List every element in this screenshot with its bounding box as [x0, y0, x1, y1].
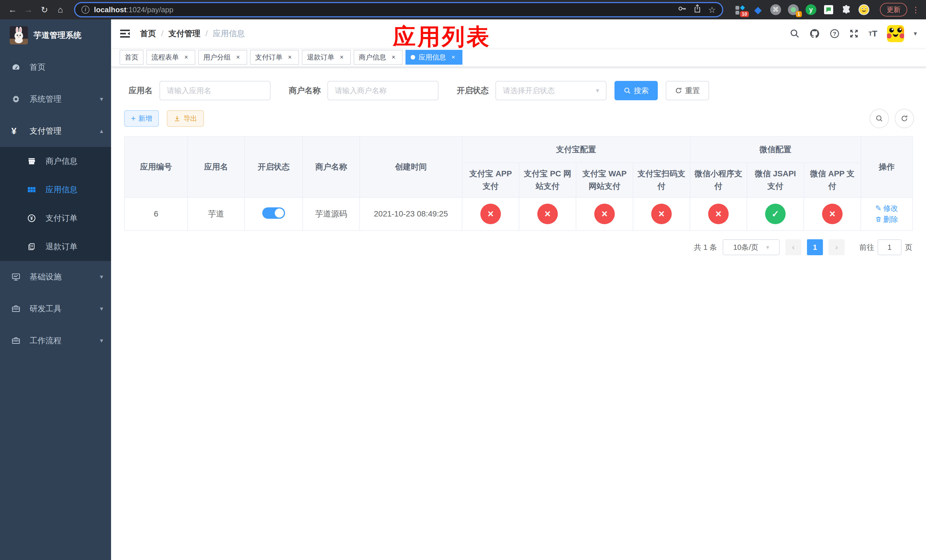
- sidebar-item-pay-order[interactable]: ¥ 支付订单: [0, 204, 111, 232]
- search-icon[interactable]: [790, 29, 800, 38]
- payment-submenu: 商户信息 应用信息 ¥ 支付订单 退款订单: [0, 147, 111, 261]
- bookmark-star-icon[interactable]: ☆: [708, 5, 716, 15]
- sidebar-item-app-info[interactable]: 应用信息: [0, 176, 111, 204]
- reload-icon[interactable]: ↻: [38, 3, 51, 17]
- site-info-icon[interactable]: i: [82, 6, 89, 14]
- next-page-button[interactable]: ›: [829, 239, 844, 255]
- sidebar-item-merchant-info[interactable]: 商户信息: [0, 147, 111, 176]
- toolbox-icon: [11, 304, 25, 313]
- extension-chat-icon[interactable]: [823, 4, 834, 15]
- close-icon[interactable]: ×: [390, 53, 398, 61]
- search-button[interactable]: 搜索: [614, 81, 658, 100]
- close-icon[interactable]: ×: [182, 53, 190, 61]
- avatar-caret-icon[interactable]: ▾: [914, 30, 917, 37]
- delete-link[interactable]: 删除: [875, 215, 898, 224]
- documents-icon: [27, 242, 41, 251]
- extension-badge: 1: [796, 11, 802, 17]
- sidebar-item-home[interactable]: 首页: [0, 51, 111, 83]
- profile-avatar-icon[interactable]: [858, 4, 870, 15]
- sidebar-item-workflow[interactable]: 工作流程 ▾: [0, 325, 111, 357]
- merchant-name-input[interactable]: [327, 81, 439, 100]
- chevron-down-icon: ▾: [100, 305, 103, 312]
- chevron-up-icon: ▴: [100, 127, 103, 135]
- export-button[interactable]: 导出: [167, 110, 204, 127]
- extension-y-icon[interactable]: y: [805, 4, 817, 15]
- tab-merchant-info[interactable]: 商户信息×: [354, 50, 402, 65]
- col-header-wechat-app: 微信 APP 支付: [804, 163, 861, 197]
- svg-text:¥: ¥: [30, 216, 33, 221]
- status-select[interactable]: 请选择开启状态 ▾: [495, 81, 607, 100]
- extension-recorder-icon[interactable]: 1: [788, 4, 799, 15]
- yen-icon: ¥: [11, 126, 25, 136]
- sidebar-item-dev-tools[interactable]: 研发工具 ▾: [0, 293, 111, 325]
- font-size-icon[interactable]: TT: [869, 29, 877, 38]
- close-icon[interactable]: ×: [286, 53, 294, 61]
- chrome-update-button[interactable]: 更新: [880, 3, 907, 17]
- col-header-alipay-wap: 支付宝 WAP 网站支付: [576, 163, 633, 197]
- store-icon: [27, 157, 41, 165]
- tab-home[interactable]: 首页: [120, 50, 144, 65]
- col-group-wechat: 微信配置: [690, 136, 861, 163]
- sidebar-item-payment[interactable]: ¥ 支付管理 ▴: [0, 115, 111, 147]
- toolbox-icon: [11, 336, 25, 345]
- share-icon[interactable]: [693, 4, 701, 15]
- tab-process-form[interactable]: 流程表单×: [146, 50, 195, 65]
- refresh-button[interactable]: [895, 109, 914, 128]
- prev-page-button[interactable]: ‹: [785, 239, 801, 255]
- dashboard-icon: [11, 63, 25, 72]
- address-bar[interactable]: i localhost:1024/pay/app ☆: [74, 2, 723, 17]
- user-avatar[interactable]: [887, 25, 904, 42]
- browser-menu-icon[interactable]: ⋮: [912, 5, 920, 15]
- status-toggle[interactable]: [262, 207, 285, 219]
- tags-view: 首页 流程表单× 用户分组× 支付订单× 退款订单× 商户信息× 应用信息×: [111, 48, 926, 67]
- forward-icon[interactable]: →: [22, 3, 35, 17]
- tab-refund-order[interactable]: 退款订单×: [302, 50, 351, 65]
- reset-button[interactable]: 重置: [666, 81, 709, 100]
- close-icon[interactable]: ×: [449, 53, 457, 61]
- app-title: 芋道管理系统: [33, 30, 82, 41]
- toggle-search-button[interactable]: [870, 109, 889, 128]
- goto-label: 前往: [859, 242, 874, 252]
- tab-app-info[interactable]: 应用信息×: [406, 50, 462, 65]
- filter-form: 应用名 商户名称 开启状态 请选择开启状态 ▾ 搜索: [124, 81, 914, 100]
- home-icon[interactable]: ⌂: [53, 3, 67, 17]
- tab-pay-order[interactable]: 支付订单×: [250, 50, 299, 65]
- close-icon[interactable]: ×: [234, 53, 242, 61]
- close-icon[interactable]: ×: [338, 53, 346, 61]
- app-name-input[interactable]: [159, 81, 271, 100]
- add-button[interactable]: + 新增: [124, 110, 159, 127]
- page-content: 应用名 商户名称 开启状态 请选择开启状态 ▾ 搜索: [111, 67, 926, 560]
- help-icon[interactable]: ?: [830, 29, 840, 38]
- gear-icon: [11, 95, 25, 104]
- svg-text:?: ?: [833, 31, 837, 37]
- tab-user-group[interactable]: 用户分组×: [198, 50, 247, 65]
- github-icon[interactable]: [809, 28, 820, 39]
- page-size-select[interactable]: 10条/页 ▾: [723, 239, 780, 255]
- navbar: 首页 / 支付管理 / 应用信息 ? TT ▾: [111, 20, 926, 48]
- page-number-button[interactable]: 1: [807, 239, 823, 255]
- goto-page-input[interactable]: [878, 239, 902, 255]
- extensions-puzzle-icon[interactable]: [841, 4, 852, 15]
- sidebar-logo-row[interactable]: 芋道管理系统: [0, 20, 111, 51]
- sidebar-item-system[interactable]: 系统管理 ▾: [0, 83, 111, 115]
- fullscreen-icon[interactable]: [849, 29, 859, 38]
- url-text[interactable]: localhost:1024/pay/app: [94, 5, 673, 14]
- breadcrumb-home[interactable]: 首页: [140, 28, 156, 39]
- extension-kite-icon[interactable]: ◆: [752, 4, 764, 15]
- sidebar-item-infrastructure[interactable]: 基础设施 ▾: [0, 261, 111, 293]
- edit-link[interactable]: ✎修改: [875, 203, 898, 213]
- back-icon[interactable]: ←: [6, 3, 20, 17]
- sidebar-item-refund-order[interactable]: 退款订单: [0, 232, 111, 261]
- extension-tiles-icon[interactable]: 10: [735, 4, 746, 15]
- collapse-sidebar-icon[interactable]: [120, 29, 131, 39]
- breadcrumb-section[interactable]: 支付管理: [169, 28, 200, 39]
- status-dot: [594, 204, 615, 224]
- status-dot: [480, 204, 501, 224]
- pencil-icon: ✎: [875, 204, 882, 213]
- chevron-down-icon: ▾: [766, 244, 769, 251]
- pagination: 共 1 条 10条/页 ▾ ‹ 1 › 前往 页: [124, 239, 912, 255]
- password-key-icon[interactable]: [678, 4, 687, 15]
- extension-command-icon[interactable]: ⌘: [770, 4, 781, 15]
- table-toolbar: + 新增 导出: [124, 109, 914, 128]
- col-header-merchant: 商户名称: [303, 136, 360, 197]
